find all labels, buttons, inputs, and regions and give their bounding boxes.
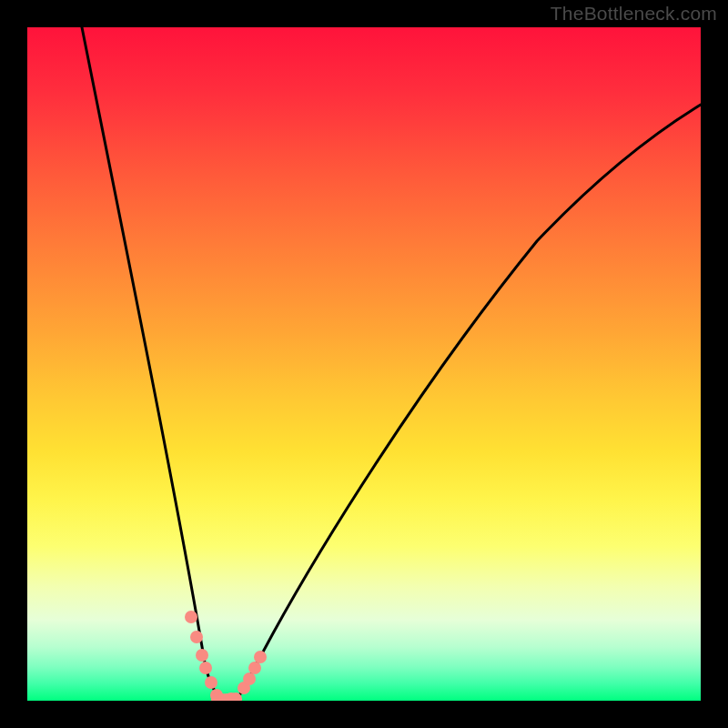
watermark-text: TheBottleneck.com — [551, 3, 717, 25]
svg-point-12 — [243, 672, 256, 685]
svg-point-3 — [199, 662, 212, 674]
chart-svg — [27, 27, 701, 701]
svg-point-4 — [205, 676, 217, 689]
marker-cluster-bottom — [211, 693, 242, 701]
svg-point-2 — [196, 649, 208, 662]
curve-right-branch — [237, 105, 701, 701]
plot-area — [27, 27, 701, 701]
svg-point-0 — [185, 611, 197, 623]
marker-cluster-right — [238, 651, 267, 694]
svg-point-1 — [190, 631, 203, 643]
svg-point-13 — [248, 662, 261, 674]
curve-left-branch — [82, 27, 221, 701]
svg-point-14 — [254, 651, 267, 663]
chart-frame: TheBottleneck.com — [0, 0, 728, 728]
marker-cluster-left — [185, 611, 223, 701]
